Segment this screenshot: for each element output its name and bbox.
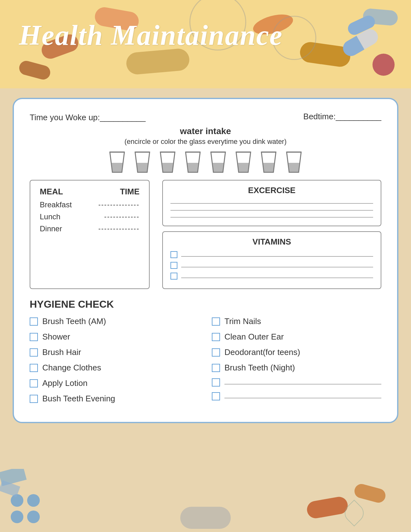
meal-breakfast: Breakfast [40,200,72,209]
hygiene-check-brush-hair[interactable] [30,348,38,357]
hygiene-item-deodorant: Deodorant(for teens) [212,347,381,357]
hygiene-blank-line-1 [224,381,381,384]
meal-heading: MEAL [40,187,63,197]
hygiene-check-clean-outer-ear[interactable] [212,333,220,341]
page-title: Health Maintainance [19,19,283,51]
dot-4 [27,511,40,523]
decor-pill-3 [125,48,190,75]
water-title: water intake [30,126,381,136]
hygiene-label-apply-lotion: Apply Lotion [42,378,87,388]
oval-decor-2 [0,480,20,497]
vitamin-line-1 [181,253,373,257]
hygiene-label-brush-teeth-night: Brush Teeth (Night) [224,363,295,373]
glass-4 [183,151,203,174]
glass-6 [234,151,253,174]
vitamin-row-3 [170,273,373,280]
pill-bottom-2 [353,482,387,504]
svg-marker-16 [237,163,249,172]
meal-header: MEAL TIME [40,187,140,197]
exercise-line-2 [170,207,373,210]
hygiene-item-apply-lotion: Apply Lotion [30,378,199,388]
hygiene-label-deodorant: Deodorant(for teens) [224,347,300,357]
vitamin-checkbox-1[interactable] [170,251,177,258]
glass-2 [133,151,152,174]
hygiene-item-trim-nails: Trim Nails [212,316,381,326]
vitamin-checkbox-2[interactable] [170,262,177,269]
bottom-decor [0,469,411,532]
svg-marker-4 [136,163,148,172]
hygiene-right-col: Trim Nails Clean Outer Ear Deodorant(for… [212,316,381,409]
hygiene-check-change-clothes[interactable] [30,364,38,372]
gray-pill-bottom [180,507,231,529]
glass-8 [284,151,304,174]
hygiene-check-blank-2[interactable] [212,392,220,400]
hygiene-left-col: Brush Teeth (AM) Shower Brush Hair Chang… [30,316,199,409]
svg-marker-7 [162,163,174,172]
vitamins-box: VITAMINS [162,231,381,289]
dot-group [9,493,41,526]
hygiene-check-bush-teeth-evening[interactable] [30,395,38,403]
hygiene-label-shower: Shower [42,332,70,342]
woke-up-label: Time you Woke up:__________ [30,112,146,123]
pill-bottom-1 [306,495,349,520]
water-intake-section: water intake (encircle or color the glas… [30,126,381,174]
hygiene-section: HYGIENE CHECK Brush Teeth (AM) Shower Br… [30,299,381,409]
hygiene-item-shower: Shower [30,332,199,342]
hygiene-check-brush-teeth-night[interactable] [212,364,220,372]
svg-marker-22 [288,163,300,172]
hygiene-check-shower[interactable] [30,333,38,341]
hygiene-columns: Brush Teeth (AM) Shower Brush Hair Chang… [30,316,381,409]
meal-row-breakfast: Breakfast -------------- [40,200,140,209]
meal-dinner-line: -------------- [98,225,140,233]
hygiene-check-brush-am[interactable] [30,317,38,326]
top-row: Time you Woke up:__________ Bedtime:____… [30,112,381,123]
glass-7 [259,151,278,174]
vitamin-line-2 [181,263,373,267]
glass-1 [107,151,127,174]
vitamin-row-2 [170,262,373,269]
hygiene-label-brush-am: Brush Teeth (AM) [42,316,106,326]
hygiene-check-apply-lotion[interactable] [30,379,38,387]
right-boxes: EXCERCISE VITAMINS [162,180,381,289]
svg-marker-13 [212,163,224,172]
vitamins-title: VITAMINS [170,237,373,247]
dot-3 [11,511,23,523]
hygiene-check-blank-1[interactable] [212,378,220,387]
exercise-line-1 [170,200,373,204]
hygiene-check-deodorant[interactable] [212,348,220,357]
hygiene-item-brush-hair: Brush Hair [30,347,199,357]
hygiene-item-brush-am: Brush Teeth (AM) [30,316,199,326]
meal-dinner: Dinner [40,224,62,233]
glass-3 [158,151,177,174]
decor-pill-9 [372,54,395,76]
glass-5 [208,151,228,174]
hygiene-title: HYGIENE CHECK [30,299,381,310]
vitamin-row-1 [170,251,373,258]
hygiene-label-bush-teeth-evening: Bush Teeth Evening [42,394,115,404]
meal-row-dinner: Dinner -------------- [40,224,140,233]
vitamin-checkbox-3[interactable] [170,273,177,280]
hygiene-blank-2 [212,392,381,400]
hygiene-item-clean-outer-ear: Clean Outer Ear [212,332,381,342]
exercise-line-3 [170,214,373,217]
meal-box: MEAL TIME Breakfast -------------- Lunch… [30,180,150,289]
meal-lunch-line: ------------ [104,213,140,221]
hygiene-label-clean-outer-ear: Clean Outer Ear [224,332,284,342]
dot-2 [27,494,40,507]
hygiene-blank-1 [212,378,381,387]
exercise-box: EXCERCISE [162,180,381,226]
hygiene-check-trim-nails[interactable] [212,317,220,326]
hygiene-blank-line-2 [224,394,381,398]
hygiene-item-brush-teeth-night: Brush Teeth (Night) [212,363,381,373]
water-subtitle: (encircle or color the glass everytime y… [30,138,381,146]
meal-lunch: Lunch [40,212,60,221]
time-heading: TIME [120,187,140,197]
meal-breakfast-line: -------------- [98,201,140,209]
svg-marker-10 [187,163,199,172]
hygiene-label-brush-hair: Brush Hair [42,347,81,357]
header-banner: Health Maintainance [0,0,411,88]
vitamin-line-3 [181,274,373,278]
hygiene-item-change-clothes: Change Clothes [30,363,199,373]
hygiene-label-trim-nails: Trim Nails [224,316,261,326]
meal-row-lunch: Lunch ------------ [40,212,140,221]
